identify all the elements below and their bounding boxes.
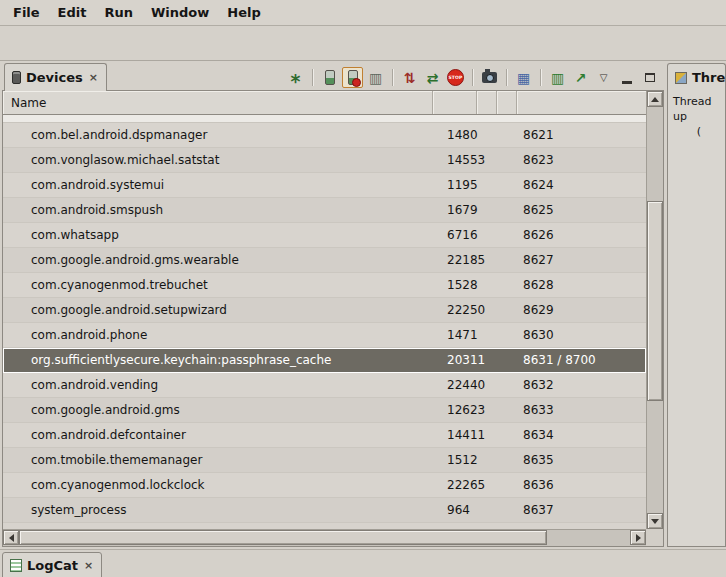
arrow-up-icon: [651, 97, 659, 102]
close-icon[interactable]: ×: [83, 559, 94, 572]
debug-process-icon[interactable]: *: [285, 67, 306, 88]
minimize-bar-icon: [622, 81, 632, 84]
horizontal-scroll-thumb[interactable]: [19, 530, 547, 545]
threads-message-line1: Thread up: [673, 94, 725, 124]
cause-gc-icon[interactable]: ▥: [365, 67, 386, 88]
view-hierarchy-icon[interactable]: ▦: [513, 67, 534, 88]
table-header: Name: [3, 91, 646, 115]
table-row[interactable]: com.android.phone 1471 8630: [3, 323, 646, 348]
threads-panel-body: Thread up (: [667, 90, 726, 547]
process-name: com.android.systemui: [3, 173, 433, 197]
menu-edit[interactable]: Edit: [49, 0, 96, 25]
process-port: 8636: [517, 473, 646, 497]
table-row[interactable]: com.google.android.setupwizard 22250 862…: [3, 298, 646, 323]
update-threads-icon[interactable]: ⇅: [399, 67, 420, 88]
update-heap-icon[interactable]: [319, 67, 340, 88]
toolbar-separator: [472, 69, 473, 86]
line-chart-icon[interactable]: ↗: [570, 67, 591, 88]
column-header-blank1[interactable]: [477, 91, 497, 114]
column-header-blank2[interactable]: [497, 91, 517, 114]
process-port: 8633: [517, 398, 646, 422]
process-name: com.cyanogenmod.lockclock: [3, 473, 433, 497]
process-pid: 22250: [433, 298, 517, 322]
process-name: com.google.android.gms.wearable: [3, 248, 433, 272]
column-header-pid[interactable]: [433, 91, 477, 114]
minimize-icon[interactable]: [616, 67, 637, 88]
screen-capture-icon[interactable]: [479, 67, 500, 88]
process-name: com.android.vending: [3, 373, 433, 397]
process-pid: 964: [433, 498, 517, 522]
menu-help[interactable]: Help: [218, 0, 269, 25]
threads-panel: Threads Thread up (: [667, 63, 726, 547]
process-port: 8631 / 8700: [517, 348, 646, 373]
tab-logcat[interactable]: LogCat ×: [2, 552, 102, 577]
arrow-right-icon: [636, 534, 641, 542]
scroll-up-button[interactable]: [647, 91, 663, 107]
scroll-right-button[interactable]: [630, 530, 646, 545]
bar-chart-icon[interactable]: ▥: [547, 67, 568, 88]
process-name: com.google.android.setupwizard: [3, 298, 433, 322]
process-name: com.android.defcontainer: [3, 423, 433, 447]
table-row[interactable]: com.google.android.gms 12623 8633: [3, 398, 646, 423]
view-menu-icon[interactable]: ▽: [593, 67, 614, 88]
tab-threads[interactable]: Threads: [667, 63, 726, 91]
menu-window[interactable]: Window: [142, 0, 218, 25]
process-port: 8626: [517, 223, 646, 247]
process-name: com.cyanogenmod.trebuchet: [3, 273, 433, 297]
process-pid: 6716: [433, 223, 517, 247]
table-row[interactable]: system_process 964 8637: [3, 498, 646, 523]
process-port: 8637: [517, 498, 646, 522]
menu-run[interactable]: Run: [95, 0, 142, 25]
vertical-scrollbar[interactable]: [646, 91, 663, 529]
process-port: 8630: [517, 323, 646, 347]
threads-icon: [675, 72, 687, 84]
process-pid: 1195: [433, 173, 517, 197]
stop-process-icon[interactable]: STOP: [445, 67, 466, 88]
vertical-scroll-thumb[interactable]: [647, 201, 663, 401]
process-pid: 1512: [433, 448, 517, 472]
dump-hprof-icon[interactable]: [342, 67, 363, 88]
arrow-down-icon: [651, 519, 659, 524]
table-row[interactable]: com.android.smspush 1679 8625: [3, 198, 646, 223]
table-row[interactable]: com.tmobile.thememanager 1512 8635: [3, 448, 646, 473]
table-row[interactable]: com.google.android.gms.wearable 22185 86…: [3, 248, 646, 273]
process-name: system_process: [3, 498, 433, 522]
process-pid: 1528: [433, 273, 517, 297]
table-row[interactable]: com.cyanogenmod.trebuchet 1528 8628: [3, 273, 646, 298]
table-row[interactable]: com.vonglasow.michael.satstat 14553 8623: [3, 148, 646, 173]
column-header-port[interactable]: [517, 91, 646, 114]
maximize-icon[interactable]: [639, 67, 660, 88]
scroll-down-button[interactable]: [647, 513, 663, 529]
process-name: org.sufficientlysecure.keychain:passphra…: [3, 348, 433, 373]
method-profiling-icon[interactable]: ⇄: [422, 67, 443, 88]
process-name: com.tmobile.thememanager: [3, 448, 433, 472]
table-row[interactable]: com.android.vending 22440 8632: [3, 373, 646, 398]
process-port: 8627: [517, 248, 646, 272]
table-row-selected[interactable]: org.sufficientlysecure.keychain:passphra…: [3, 348, 646, 373]
tab-devices[interactable]: Devices ×: [4, 63, 107, 91]
scrollbar-corner: [646, 529, 663, 546]
table-row[interactable]: com.bel.android.dspmanager 1480 8621: [3, 123, 646, 148]
table-row[interactable]: com.cyanogenmod.lockclock 22265 8636: [3, 473, 646, 498]
process-name: com.vonglasow.michael.satstat: [3, 148, 433, 172]
process-name: com.bel.android.dspmanager: [3, 123, 433, 147]
process-pid: 1480: [433, 123, 517, 147]
table-row[interactable]: com.android.defcontainer 14411 8634: [3, 423, 646, 448]
phone-icon: [348, 70, 358, 85]
close-icon[interactable]: ×: [88, 71, 99, 84]
process-port: 8629: [517, 298, 646, 322]
tab-logcat-label: LogCat: [27, 558, 78, 573]
process-pid: 22265: [433, 473, 517, 497]
arrow-left-icon: [9, 534, 14, 542]
camera-icon: [482, 72, 497, 83]
process-pid: 1679: [433, 198, 517, 222]
column-header-name[interactable]: Name: [3, 91, 433, 114]
process-port: 8632: [517, 373, 646, 397]
horizontal-scrollbar[interactable]: [3, 529, 646, 546]
scroll-left-button[interactable]: [3, 530, 19, 545]
process-pid: 1471: [433, 323, 517, 347]
table-row[interactable]: com.whatsapp 6716 8626: [3, 223, 646, 248]
toolbar-strip: [0, 26, 726, 61]
menu-file[interactable]: File: [4, 0, 49, 25]
table-row[interactable]: com.android.systemui 1195 8624: [3, 173, 646, 198]
